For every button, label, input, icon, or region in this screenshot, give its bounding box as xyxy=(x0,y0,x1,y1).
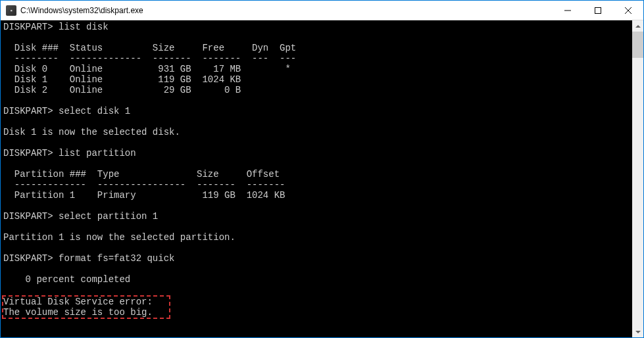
terminal-line: Disk 1 is now the selected disk. xyxy=(3,127,180,137)
vertical-scrollbar[interactable] xyxy=(632,20,643,337)
diskpart-window: ▪ C:\Windows\system32\diskpart.exe DISKP… xyxy=(0,0,644,338)
terminal-output[interactable]: DISKPART> list disk Disk ### Status Size… xyxy=(1,20,632,337)
terminal-line: DISKPART> list disk xyxy=(3,22,109,32)
close-button[interactable] xyxy=(613,1,643,20)
terminal-line: 0 percent completed xyxy=(3,274,130,285)
maximize-icon xyxy=(595,7,601,14)
scrollbar-track[interactable] xyxy=(632,32,643,326)
svg-marker-5 xyxy=(635,331,641,333)
minimize-button[interactable] xyxy=(553,1,583,20)
terminal-line: DISKPART> format fs=fat32 quick xyxy=(3,253,174,264)
terminal-line: ------------- ---------------- ------- -… xyxy=(3,180,285,190)
maximize-button[interactable] xyxy=(583,1,613,20)
error-line: Virtual Disk Service error: xyxy=(3,297,169,307)
scrollbar-thumb[interactable] xyxy=(632,32,643,58)
error-line: The volume size is too big. xyxy=(3,307,169,318)
minimize-icon xyxy=(564,7,571,14)
terminal-container: DISKPART> list disk Disk ### Status Size… xyxy=(1,20,643,337)
chevron-up-icon xyxy=(635,25,641,28)
scrollbar-up-button[interactable] xyxy=(632,20,643,32)
terminal-line: Disk 2 Online 29 GB 0 B xyxy=(3,85,241,95)
close-icon xyxy=(625,7,632,14)
terminal-line: -------- ------------- ------- ------- -… xyxy=(3,53,296,64)
terminal-line: Partition 1 is now the selected partitio… xyxy=(3,232,235,243)
terminal-line: DISKPART> list partition xyxy=(3,148,136,158)
terminal-line: Disk 1 Online 119 GB 1024 KB xyxy=(3,74,241,85)
terminal-line: Disk 0 Online 931 GB 17 MB * xyxy=(3,64,291,74)
scrollbar-down-button[interactable] xyxy=(632,326,643,337)
chevron-down-icon xyxy=(635,331,641,333)
terminal-line: Partition ### Type Size Offset xyxy=(3,169,280,180)
window-controls xyxy=(553,1,643,20)
svg-rect-1 xyxy=(595,7,601,13)
error-highlight: Virtual Disk Service error: The volume s… xyxy=(2,295,170,319)
terminal-line: Partition 1 Primary 119 GB 1024 KB xyxy=(3,190,285,201)
terminal-line: DISKPART> select disk 1 xyxy=(3,106,130,116)
window-title: C:\Windows\system32\diskpart.exe xyxy=(20,6,553,15)
app-icon: ▪ xyxy=(6,5,16,16)
titlebar[interactable]: ▪ C:\Windows\system32\diskpart.exe xyxy=(1,1,643,20)
svg-marker-4 xyxy=(635,25,641,28)
terminal-line: DISKPART> select partition 1 xyxy=(3,211,158,222)
terminal-line: Disk ### Status Size Free Dyn Gpt xyxy=(3,43,296,53)
